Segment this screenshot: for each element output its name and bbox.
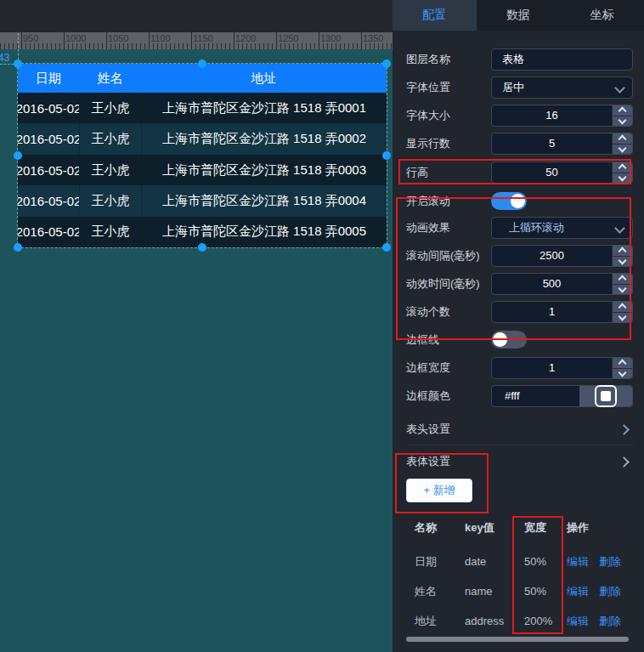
- step-down-button[interactable]: [613, 313, 632, 323]
- tab-coords[interactable]: 坐标: [560, 0, 644, 31]
- field-animation: 动画效果 上循环滚动: [406, 217, 633, 239]
- ruler-label: 1000: [65, 33, 86, 43]
- resize-handle-top-left[interactable]: [14, 60, 22, 68]
- col-key: address: [465, 612, 504, 631]
- col-header: 操作: [567, 519, 589, 537]
- resize-handle-bottom-left[interactable]: [14, 243, 22, 252]
- cell: 上海市普陀区金沙江路 1518 弄0004: [141, 185, 387, 216]
- field-label: 滚动间隔(毫秒): [406, 245, 480, 267]
- border-color-input[interactable]: #fff: [491, 385, 633, 407]
- delete-link[interactable]: 删除: [599, 553, 621, 571]
- step-up-button[interactable]: [613, 162, 632, 173]
- resize-handle-middle-left[interactable]: [14, 151, 22, 160]
- row-count-stepper[interactable]: 5: [491, 133, 633, 155]
- chevron-down-icon: [619, 116, 627, 124]
- step-up-button[interactable]: [613, 302, 632, 313]
- step-up-button[interactable]: [613, 105, 632, 116]
- font-size-stepper[interactable]: 16: [491, 105, 633, 127]
- scroll-interval-stepper[interactable]: 2500: [491, 245, 633, 267]
- step-down-button[interactable]: [613, 285, 632, 295]
- section-label: 表头设置: [406, 422, 450, 435]
- cell: 2016-05-02: [18, 155, 79, 185]
- section-label: 表体设置: [406, 455, 450, 468]
- field-label: 滚动个数: [406, 301, 450, 323]
- step-up-button[interactable]: [613, 246, 632, 257]
- horizontal-scrollbar[interactable]: [406, 637, 629, 642]
- field-label: 字体大小: [406, 105, 450, 127]
- section-header-settings[interactable]: 表头设置: [406, 418, 633, 440]
- header-cell: 姓名: [79, 64, 141, 93]
- layer-name-input[interactable]: 表格: [491, 48, 633, 71]
- field-label: 边框宽度: [406, 357, 450, 379]
- step-down-button[interactable]: [613, 173, 632, 184]
- input-value: 1: [492, 302, 612, 322]
- animation-select[interactable]: 上循环滚动: [491, 217, 633, 239]
- tab-data[interactable]: 数据: [477, 0, 561, 31]
- preview-table: 日期 姓名 地址 2016-05-02 王小虎 上海市普陀区金沙江路 1518 …: [18, 64, 387, 247]
- field-scroll-enabled: 开启滚动: [406, 190, 633, 213]
- table-widget[interactable]: 日期 姓名 地址 2016-05-02 王小虎 上海市普陀区金沙江路 1518 …: [18, 64, 387, 247]
- panel-tabs: 配置 数据 坐标: [393, 0, 644, 31]
- col-header: 名称: [415, 519, 437, 537]
- toggle-knob: [493, 332, 507, 347]
- anim-duration-stepper[interactable]: 500: [491, 273, 633, 295]
- resize-handle-bottom-middle[interactable]: [198, 243, 206, 252]
- edit-link[interactable]: 编辑: [567, 582, 589, 601]
- field-scroll-count: 滚动个数 1: [406, 301, 633, 323]
- chevron-up-icon: [619, 247, 627, 256]
- horizontal-ruler: 950 1000 1050 1100 1150 1200 1250 1300 1…: [0, 32, 393, 49]
- canvas-background[interactable]: 43 日期 姓名 地址: [0, 49, 393, 652]
- section-body-settings[interactable]: 表体设置: [406, 451, 633, 473]
- tab-config[interactable]: 配置: [393, 0, 477, 31]
- border-line-toggle[interactable]: [491, 331, 527, 349]
- chevron-up-icon: [619, 107, 627, 116]
- border-width-stepper[interactable]: 1: [491, 357, 633, 379]
- delete-link[interactable]: 删除: [599, 612, 621, 631]
- ruler-label: 1150: [193, 33, 213, 43]
- scroll-count-stepper[interactable]: 1: [491, 301, 633, 323]
- field-row-height: 行高 50: [406, 162, 633, 184]
- col-header: key值: [465, 519, 494, 537]
- step-up-button[interactable]: [613, 274, 632, 285]
- step-down-button[interactable]: [613, 116, 632, 127]
- step-down-button[interactable]: [613, 145, 632, 155]
- resize-handle-bottom-right[interactable]: [382, 243, 391, 252]
- step-up-button[interactable]: [613, 358, 632, 369]
- cell: 上海市普陀区金沙江路 1518 弄0005: [141, 217, 387, 247]
- col-key: name: [465, 582, 493, 601]
- color-picker-button[interactable]: [579, 386, 632, 406]
- header-cell: 地址: [141, 64, 387, 93]
- select-value: 上循环滚动: [509, 218, 564, 238]
- field-label: 显示行数: [406, 133, 450, 155]
- field-border-color: 边框颜色 #fff: [406, 385, 633, 407]
- step-down-button[interactable]: [613, 257, 632, 267]
- ruler-label: 1050: [108, 33, 128, 43]
- chevron-right-icon: [619, 424, 630, 435]
- step-up-button[interactable]: [613, 133, 632, 145]
- input-value: 16: [492, 105, 612, 126]
- table-row: 2016-05-02 王小虎 上海市普陀区金沙江路 1518 弄0002: [18, 123, 387, 154]
- resize-handle-middle-right[interactable]: [382, 151, 391, 160]
- font-position-select[interactable]: 居中: [491, 77, 633, 99]
- cell: 王小虎: [79, 93, 141, 123]
- chevron-down-icon: [614, 82, 625, 94]
- field-label: 边框颜色: [406, 385, 450, 407]
- cell: 王小虎: [79, 123, 141, 154]
- edit-link[interactable]: 编辑: [567, 553, 589, 571]
- delete-link[interactable]: 删除: [599, 582, 621, 601]
- edit-link[interactable]: 编辑: [567, 612, 589, 631]
- ruler-label: 1300: [320, 33, 341, 43]
- field-label: 字体位置: [406, 77, 450, 99]
- resize-handle-top-middle[interactable]: [198, 60, 206, 68]
- ruler-label: 1200: [235, 33, 256, 43]
- step-down-button[interactable]: [613, 369, 632, 379]
- add-column-button[interactable]: + 新增: [406, 479, 472, 502]
- scroll-enabled-toggle[interactable]: [491, 192, 527, 210]
- chevron-down-icon: [619, 368, 627, 377]
- resize-handle-top-right[interactable]: [382, 60, 391, 68]
- col-key: date: [465, 553, 486, 571]
- row-height-stepper[interactable]: 50: [491, 162, 633, 184]
- field-font-position: 字体位置 居中: [406, 77, 633, 99]
- field-border-width: 边框宽度 1: [406, 357, 633, 379]
- table-row: 2016-05-02 王小虎 上海市普陀区金沙江路 1518 弄0001: [18, 93, 387, 123]
